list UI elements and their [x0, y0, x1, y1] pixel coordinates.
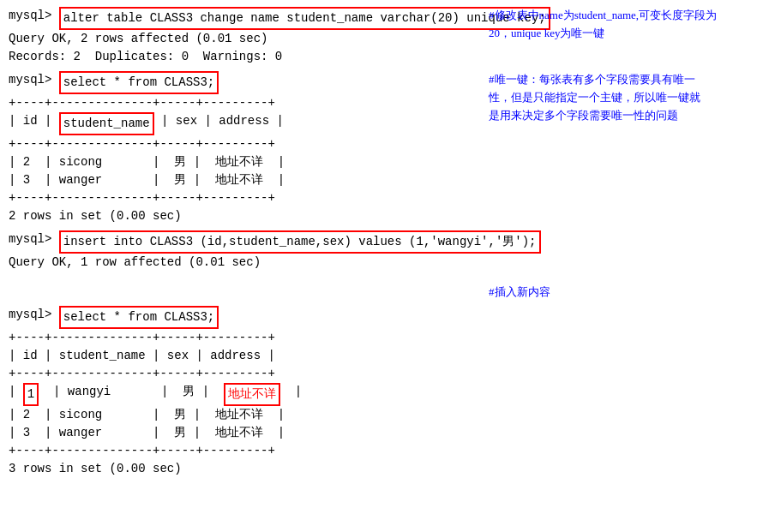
select1-sql: select * from CLASS3;	[59, 71, 219, 94]
table1-border1: +----+--------------+-----+---------+	[9, 94, 480, 112]
select2-footer: 3 rows in set (0.00 sec)	[9, 460, 480, 478]
table1-row2: | 3 | wanger | 男 | 地址不详 |	[9, 171, 480, 189]
insert-sql: insert into CLASS3 (id,student_name,sex)…	[59, 230, 541, 254]
block4-terminal: mysql> select * from CLASS3; +----+-----…	[9, 306, 480, 478]
block1-terminal: mysql> alter table CLASS3 change name st…	[9, 7, 480, 66]
table2-row1-line: | 1 | wangyi | 男 | 地址不详 |	[9, 383, 480, 406]
block1: mysql> alter table CLASS3 change name st…	[9, 7, 754, 66]
table2-row1-pre: |	[9, 383, 23, 401]
alter-output1: Query OK, 2 rows affected (0.01 sec)	[9, 30, 480, 48]
row1-id-highlight: 1	[23, 383, 39, 406]
table2-border2: +----+--------------+-----+---------+	[9, 365, 480, 383]
block3-comment	[489, 248, 754, 284]
alter-table-sql: alter table CLASS3 change name student_n…	[59, 7, 550, 30]
block1-annotation: #修改表中name为student_name,可变长度字段为 20，unique…	[480, 7, 754, 43]
table1-row1: | 2 | sicong | 男 | 地址不详 |	[9, 153, 480, 171]
table1-header-post: | sex | address |	[154, 112, 284, 130]
select1-footer: 2 rows in set (0.00 sec)	[9, 207, 480, 225]
prompt1: mysql>	[9, 7, 59, 25]
alter-table-line: mysql> alter table CLASS3 change name st…	[9, 7, 480, 30]
block3-comment-text: #插入新内容	[489, 285, 550, 298]
block2-terminal: mysql> select * from CLASS3; +----+-----…	[9, 71, 480, 225]
table2-row2: | 2 | sicong | 男 | 地址不详 |	[9, 406, 480, 424]
table2-border3: +----+--------------+-----+---------+	[9, 442, 480, 460]
block2-annotation: #唯一键：每张表有多个字段需要具有唯一 性，但是只能指定一个主键，所以唯一键就 …	[480, 71, 754, 124]
table1-border3: +----+--------------+-----+---------+	[9, 189, 480, 207]
prompt3: mysql>	[9, 230, 59, 248]
table2-row3: | 3 | wanger | 男 | 地址不详 |	[9, 424, 480, 442]
row1-addr-highlight: 地址不详	[224, 383, 280, 406]
table1-border2: +----+--------------+-----+---------+	[9, 135, 480, 153]
table2-row1-post: |	[280, 383, 302, 401]
block3: mysql> insert into CLASS3 (id,student_na…	[9, 230, 754, 301]
prompt2: mysql>	[9, 71, 59, 89]
block2-comment-body: 性，但是只能指定一个主键，所以唯一键就 是用来决定多个字段需要唯一性的问题	[489, 91, 700, 122]
block4: mysql> select * from CLASS3; +----+-----…	[9, 306, 754, 478]
table2-row1-mid: | wangyi | 男 |	[39, 383, 224, 401]
alter-output2: Records: 2 Duplicates: 0 Warnings: 0	[9, 48, 480, 66]
select1-line: mysql> select * from CLASS3;	[9, 71, 480, 94]
block3-annotation: #插入新内容	[480, 230, 754, 301]
block2-comment-title: #唯一键：每张表有多个字段需要具有唯一	[489, 73, 695, 86]
block2: mysql> select * from CLASS3; +----+-----…	[9, 71, 754, 225]
insert-output: Query OK, 1 row affected (0.01 sec)	[9, 254, 480, 272]
select2-line: mysql> select * from CLASS3;	[9, 306, 480, 329]
block3-terminal: mysql> insert into CLASS3 (id,student_na…	[9, 230, 480, 272]
select2-sql: select * from CLASS3;	[59, 306, 219, 329]
prompt4: mysql>	[9, 306, 59, 324]
student-name-header: student_name	[59, 112, 154, 135]
table2-header: | id | student_name | sex | address |	[9, 347, 480, 365]
block1-comment: #修改表中name为student_name,可变长度字段为 20，unique…	[489, 9, 717, 39]
insert-line: mysql> insert into CLASS3 (id,student_na…	[9, 230, 480, 254]
table2-border1: +----+--------------+-----+---------+	[9, 329, 480, 347]
table1-header-pre: | id |	[9, 112, 59, 130]
terminal: mysql> alter table CLASS3 change name st…	[9, 7, 754, 478]
table1-header-line: | id | student_name | sex | address |	[9, 112, 480, 135]
